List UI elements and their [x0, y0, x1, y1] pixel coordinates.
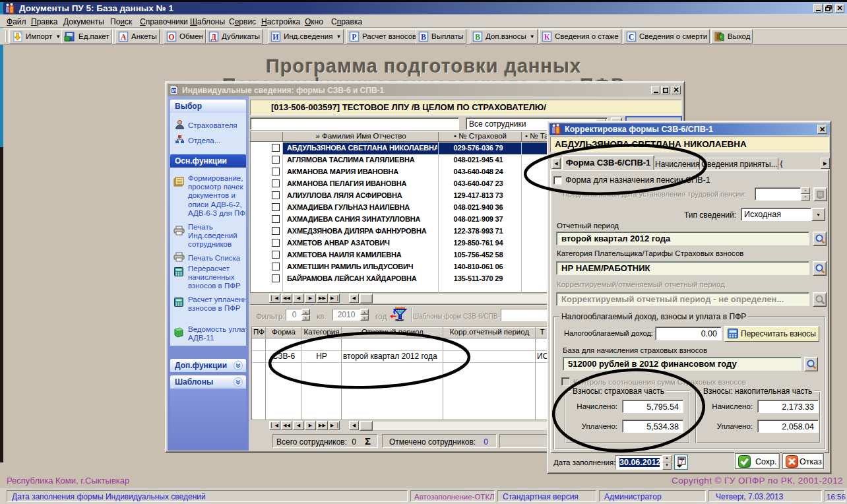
- svg-text:Р: Р: [352, 32, 356, 42]
- svg-text:Д: Д: [211, 32, 217, 42]
- svg-text:В: В: [475, 32, 480, 42]
- svg-text:С: С: [629, 32, 635, 42]
- svg-text:И: И: [272, 32, 279, 42]
- svg-text:К: К: [544, 32, 550, 42]
- svg-text:А: А: [121, 32, 127, 42]
- svg-text:О: О: [168, 32, 174, 42]
- svg-text:И: И: [172, 88, 176, 94]
- svg-text:В: В: [421, 32, 426, 42]
- svg-text:7: 7: [681, 460, 683, 464]
